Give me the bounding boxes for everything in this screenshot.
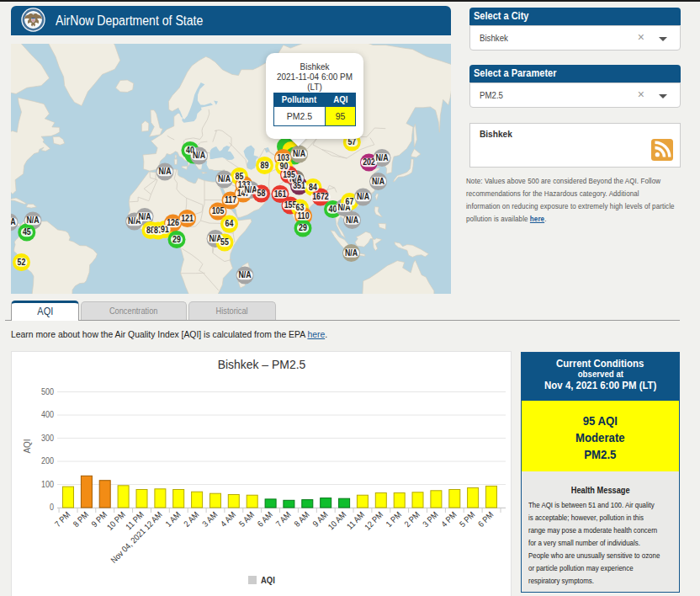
svg-text:1672: 1672 bbox=[312, 192, 329, 202]
svg-text:300: 300 bbox=[41, 434, 54, 444]
svg-text:N/A: N/A bbox=[375, 152, 388, 162]
svg-text:N/A: N/A bbox=[193, 151, 205, 161]
svg-text:10 AM: 10 AM bbox=[326, 509, 347, 531]
svg-text:126: 126 bbox=[167, 218, 179, 228]
svg-text:110: 110 bbox=[297, 210, 309, 221]
svg-text:7 PM: 7 PM bbox=[52, 509, 72, 529]
svg-text:N/A: N/A bbox=[345, 247, 358, 258]
svg-text:117: 117 bbox=[225, 195, 236, 205]
svg-text:N/A: N/A bbox=[238, 270, 251, 280]
svg-text:N/A: N/A bbox=[357, 192, 369, 202]
svg-text:N/A: N/A bbox=[293, 149, 305, 159]
svg-text:N/A: N/A bbox=[346, 215, 358, 225]
svg-text:84: 84 bbox=[309, 182, 317, 192]
svg-text:Bishkek – PM2.5: Bishkek – PM2.5 bbox=[218, 357, 306, 371]
svg-text:40: 40 bbox=[329, 204, 337, 214]
svg-text:0: 0 bbox=[50, 503, 54, 513]
svg-text:55: 55 bbox=[220, 237, 229, 247]
svg-text:N/A: N/A bbox=[11, 217, 16, 227]
svg-text:100: 100 bbox=[41, 480, 54, 490]
svg-text:400: 400 bbox=[41, 410, 54, 420]
svg-text:45: 45 bbox=[23, 227, 31, 237]
svg-text:2 AM: 2 AM bbox=[182, 509, 201, 529]
svg-text:N/A: N/A bbox=[138, 211, 151, 221]
svg-text:29: 29 bbox=[172, 234, 181, 244]
svg-text:N/A: N/A bbox=[218, 174, 231, 184]
svg-text:AQI: AQI bbox=[23, 439, 32, 453]
svg-text:29: 29 bbox=[299, 223, 307, 233]
svg-text:105: 105 bbox=[212, 206, 225, 216]
svg-text:3 PM: 3 PM bbox=[421, 509, 440, 529]
svg-text:AQI: AQI bbox=[261, 576, 275, 586]
svg-text:67: 67 bbox=[346, 196, 354, 206]
svg-text:5 AM: 5 AM bbox=[237, 509, 257, 529]
svg-text:12 PM: 12 PM bbox=[363, 509, 385, 532]
svg-text:64: 64 bbox=[225, 219, 234, 229]
svg-text:161: 161 bbox=[274, 189, 287, 199]
svg-text:1 AM: 1 AM bbox=[163, 509, 183, 529]
svg-text:4 AM: 4 AM bbox=[219, 509, 238, 529]
svg-text:7 AM: 7 AM bbox=[273, 509, 293, 529]
svg-text:10 PM: 10 PM bbox=[105, 509, 128, 532]
svg-text:N/A: N/A bbox=[26, 216, 39, 226]
svg-text:3 AM: 3 AM bbox=[200, 509, 220, 529]
svg-text:52: 52 bbox=[18, 257, 26, 267]
svg-text:5 PM: 5 PM bbox=[458, 509, 477, 529]
svg-text:11 AM: 11 AM bbox=[345, 509, 367, 531]
svg-text:121: 121 bbox=[181, 213, 194, 223]
svg-text:8 PM: 8 PM bbox=[71, 509, 90, 529]
svg-text:1 PM: 1 PM bbox=[384, 509, 403, 529]
svg-text:6 PM: 6 PM bbox=[475, 509, 495, 529]
svg-text:351: 351 bbox=[293, 181, 305, 191]
svg-text:202: 202 bbox=[363, 157, 375, 168]
svg-text:200: 200 bbox=[41, 456, 54, 466]
svg-text:6 AM: 6 AM bbox=[255, 509, 274, 529]
svg-text:8 AM: 8 AM bbox=[292, 509, 311, 529]
svg-text:N/A: N/A bbox=[158, 167, 171, 177]
svg-text:N/A: N/A bbox=[244, 184, 257, 194]
svg-text:58: 58 bbox=[257, 189, 266, 199]
svg-text:89: 89 bbox=[261, 160, 269, 170]
svg-text:4 PM: 4 PM bbox=[439, 509, 459, 529]
svg-text:2 PM: 2 PM bbox=[402, 509, 422, 529]
svg-text:N/A: N/A bbox=[372, 176, 384, 186]
svg-text:500: 500 bbox=[41, 387, 54, 397]
svg-text:195: 195 bbox=[283, 169, 295, 179]
